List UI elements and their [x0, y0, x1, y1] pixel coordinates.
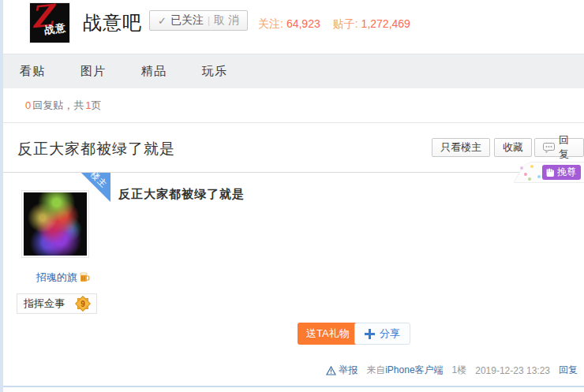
button-separator: | [208, 15, 210, 26]
forum-avatar[interactable]: Z 战意 [29, 2, 70, 43]
confetti-dot [520, 166, 523, 170]
bottom-divider [3, 386, 584, 387]
user-rank-label: 指挥佥事 [24, 297, 65, 311]
posts-count: 1,272,469 [361, 17, 410, 32]
wanzun-label: 挽尊 [557, 166, 576, 179]
client-source: 来自iPhone客户端 [366, 364, 443, 377]
page-label: 页 [91, 99, 101, 113]
from-prefix: 来自 [366, 364, 385, 375]
wanzun-badge[interactable]: 挽尊 [542, 165, 581, 180]
forum-logo-text: 战意 [43, 21, 67, 38]
posts-stat: 贴子: 1,272,469 [333, 17, 410, 32]
confetti-dot [537, 175, 541, 178]
followers-label: 关注: [258, 17, 283, 32]
plus-share-icon [365, 329, 375, 339]
reply-button[interactable]: 回复 [534, 138, 584, 157]
poster-username[interactable]: 招魂的旗 [36, 271, 77, 283]
cancel-follow-label[interactable]: 取 消 [214, 13, 239, 28]
forum-title[interactable]: 战意吧 [83, 10, 142, 35]
check-icon: ✓ [158, 15, 167, 27]
followed-cancel-button[interactable]: ✓ 已关注 | 取 消 [149, 10, 248, 31]
reply-link[interactable]: 回复 [559, 364, 578, 377]
report-label: 举报 [339, 364, 358, 377]
report-link[interactable]: 举报 [326, 364, 358, 377]
followers-stat: 关注: 64,923 [258, 17, 320, 32]
floor-label: 1楼 [452, 364, 467, 377]
poster-avatar[interactable] [21, 190, 89, 258]
only-lz-label: 只看楼主 [440, 140, 481, 155]
poster-avatar-image [24, 192, 87, 256]
user-rank-box: 指挥佥事 9 [17, 293, 97, 314]
tab-kantie[interactable]: 看贴 [20, 64, 45, 79]
followed-label: 已关注 [170, 13, 204, 28]
favorite-button[interactable]: 收藏 [494, 138, 532, 157]
warning-triangle-icon [326, 366, 336, 375]
reply-info-bar: 0 回复贴，共 1 页 [3, 88, 584, 123]
speech-bubble-icon [543, 143, 555, 153]
share-label: 分享 [380, 327, 400, 341]
followers-count: 64,923 [286, 17, 320, 32]
page-count: 1 [85, 99, 91, 111]
tab-wanle[interactable]: 玩乐 [202, 64, 227, 79]
tieba-thread-page: Z 战意 战意吧 ✓ 已关注 | 取 消 关注: 64,923 贴子: 1,27… [0, 0, 584, 392]
thread-title: 反正大家都被绿了就是 [17, 139, 175, 159]
tab-tupian[interactable]: 图片 [80, 64, 106, 79]
confetti-dot [528, 177, 531, 181]
poster-user-row: 招魂的旗 [16, 271, 110, 285]
forum-nav-bar: 看贴 图片 精品 玩乐 [3, 54, 584, 88]
send-gift-label: 送TA礼物 [306, 327, 350, 341]
post-content: 反正大家都被绿了就是 [118, 187, 245, 202]
reply-button-label: 回复 [559, 133, 575, 162]
tab-jingpin[interactable]: 精品 [141, 64, 167, 79]
post-footer: 举报 来自iPhone客户端 1楼 2019-12-23 13:23 回复 [326, 364, 578, 377]
confetti-dot [530, 165, 533, 168]
level-star-badge: 9 [76, 297, 90, 311]
posts-label: 贴子: [333, 17, 358, 32]
favorite-label: 收藏 [503, 140, 523, 155]
client-link[interactable]: iPhone客户端 [385, 364, 443, 375]
reply-label: 回复贴，共 [32, 99, 84, 113]
only-lz-button[interactable]: 只看楼主 [432, 138, 490, 157]
post-timestamp: 2019-12-23 13:23 [475, 365, 550, 376]
fist-icon [545, 168, 555, 177]
confetti-dot [524, 173, 527, 176]
send-gift-button[interactable]: 送TA礼物 [298, 323, 358, 345]
beer-mug-icon [80, 271, 90, 285]
reply-count: 0 [25, 99, 31, 111]
forum-stats: 关注: 64,923 贴子: 1,272,469 [258, 17, 410, 32]
user-level: 9 [76, 297, 90, 311]
share-button[interactable]: 分享 [354, 323, 410, 345]
